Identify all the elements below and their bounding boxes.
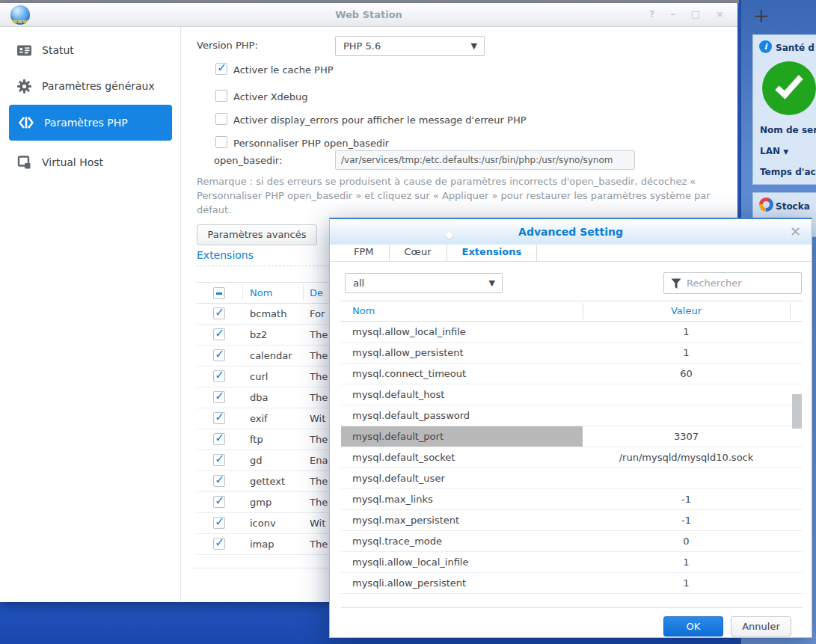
extension-checkbox[interactable] [213, 328, 225, 340]
sidebar-item-parametres-php[interactable]: Paramètres PHP [9, 105, 172, 141]
extension-checkbox[interactable] [213, 412, 225, 424]
add-widget-button[interactable]: + [753, 4, 770, 27]
extension-name: gettext [250, 476, 285, 487]
setting-row[interactable]: mysql.default_password [341, 405, 803, 426]
setting-name: mysql.default_password [341, 405, 583, 426]
setting-name: mysql.trace_mode [341, 531, 583, 551]
dialog-header: Advanced Setting × [330, 219, 812, 245]
setting-row[interactable]: mysql.max_persistent-1 [341, 510, 803, 531]
scrollbar-thumb[interactable] [792, 394, 802, 429]
advanced-setting-dialog: Advanced Setting × FPM Cœur Extensions a… [329, 218, 812, 638]
setting-value: 60 [583, 364, 790, 384]
filter-funnel-icon [671, 278, 681, 289]
extension-description: For [310, 308, 325, 319]
checkbox-activer-xdebug[interactable] [215, 90, 227, 102]
setting-row[interactable]: mysqli.allow_local_infile1 [341, 552, 803, 573]
setting-value: /run/mysqld/mysqld10.sock [583, 447, 790, 467]
storage-manager-icon [759, 197, 773, 212]
windows-icon [16, 155, 32, 171]
extension-description: The [310, 497, 328, 508]
gear-icon [16, 79, 32, 94]
search-box [663, 272, 802, 294]
extension-description: The [310, 434, 328, 445]
setting-value: 1 [583, 552, 790, 572]
extension-checkbox[interactable] [213, 538, 225, 550]
ok-button[interactable]: OK [663, 616, 723, 637]
extension-name: iconv [250, 518, 276, 529]
setting-row[interactable]: mysql.default_port3307 [341, 426, 803, 447]
chevron-down-icon: ▼ [471, 37, 477, 55]
extension-checkbox[interactable] [213, 475, 225, 487]
setting-row[interactable]: mysql.default_host [341, 384, 803, 405]
extension-checkbox[interactable] [213, 370, 225, 382]
chevron-down-icon: ▼ [783, 148, 788, 156]
dialog-close-button[interactable]: × [790, 223, 801, 239]
setting-row[interactable]: mysql.allow_persistent1 [341, 343, 803, 364]
maximize-button[interactable]: □ [691, 8, 700, 19]
lan-dropdown[interactable]: LAN ▼ [760, 146, 788, 156]
setting-name: mysql.allow_persistent [341, 343, 583, 363]
open-basedir-field[interactable]: /var/services/tmp:/etc.defaults:/usr/bin… [335, 150, 635, 170]
sidebar-item-label: Virtual Host [42, 156, 103, 168]
desktop: Web Station ? – □ × Statut [0, 0, 816, 644]
extension-checkbox[interactable] [213, 391, 225, 403]
extension-description: The [310, 539, 328, 550]
php-version-select[interactable]: PHP 5.6 ▼ [335, 36, 485, 56]
setting-row[interactable]: mysql.trace_mode0 [341, 531, 803, 552]
setting-name: mysql.connect_timeout [341, 364, 583, 384]
cancel-button[interactable]: Annuler [731, 616, 791, 637]
checkbox-label: Activer le cache PHP [233, 64, 334, 76]
minimize-button[interactable]: – [670, 8, 675, 19]
checkbox-display-errors[interactable] [215, 113, 227, 125]
extension-description: The [310, 392, 328, 403]
extension-checkbox[interactable] [213, 349, 225, 361]
setting-name: mysqli.allow_local_infile [341, 552, 583, 572]
setting-row[interactable]: mysqli.allow_persistent1 [341, 573, 803, 594]
id-card-icon [16, 43, 32, 58]
column-header-nom[interactable]: Nom [352, 305, 375, 316]
close-button[interactable]: × [716, 8, 724, 19]
extension-checkbox[interactable] [213, 454, 225, 466]
extension-name: dba [250, 392, 268, 403]
extension-name: imap [250, 539, 274, 550]
extension-name: gd [250, 455, 263, 466]
dialog-table-body: mysql.allow_local_infile1mysql.allow_per… [341, 322, 803, 594]
select-all-checkbox[interactable] [213, 287, 225, 299]
checkbox-label: Personnaliser PHP open_basedir [233, 138, 389, 149]
extension-checkbox[interactable] [213, 496, 225, 508]
sidebar-item-virtual-host[interactable]: Virtual Host [0, 145, 181, 180]
setting-row[interactable]: mysql.max_links-1 [341, 489, 803, 510]
search-input[interactable] [687, 274, 799, 292]
sidebar: Statut Paramètres généraux [0, 27, 181, 602]
sidebar-item-statut[interactable]: Statut [0, 33, 181, 67]
extension-checkbox[interactable] [213, 433, 225, 445]
setting-row[interactable]: mysql.default_user [341, 468, 803, 489]
extension-checkbox[interactable] [213, 517, 225, 529]
extension-description: Wit [310, 413, 325, 424]
column-header-nom[interactable]: Nom [250, 287, 272, 298]
setting-name: mysql.default_socket [341, 447, 583, 467]
help-button[interactable]: ? [649, 8, 655, 19]
setting-row[interactable]: mysql.connect_timeout60 [341, 364, 803, 384]
extension-filter-select[interactable]: all ▼ [345, 273, 503, 293]
advanced-settings-button[interactable]: Paramètres avancés [197, 224, 317, 245]
extension-description: Ena [310, 455, 328, 466]
extension-checkbox[interactable] [213, 307, 225, 319]
extension-description: The [310, 350, 328, 361]
tab-coeur[interactable]: Cœur [390, 245, 447, 261]
column-header-valeur[interactable]: Valeur [583, 305, 790, 316]
tab-fpm[interactable]: FPM [339, 245, 390, 261]
setting-row[interactable]: mysql.default_socket/run/mysqld/mysqld10… [341, 447, 803, 468]
chevron-down-icon: ▼ [489, 274, 495, 292]
checkbox-activer-cache-php[interactable] [215, 63, 227, 75]
setting-value: 1 [583, 322, 790, 342]
uptime-label: Temps d'ac [760, 167, 816, 177]
dialog-title: Advanced Setting [330, 226, 812, 238]
column-header-description[interactable]: De [310, 287, 323, 298]
sidebar-item-parametres-generaux[interactable]: Paramètres généraux [0, 69, 181, 103]
tab-extensions[interactable]: Extensions [447, 245, 538, 261]
extension-description: The [310, 371, 328, 382]
checkbox-open-basedir[interactable] [215, 136, 227, 148]
setting-row[interactable]: mysql.allow_local_infile1 [341, 322, 803, 343]
code-icon [18, 116, 34, 129]
